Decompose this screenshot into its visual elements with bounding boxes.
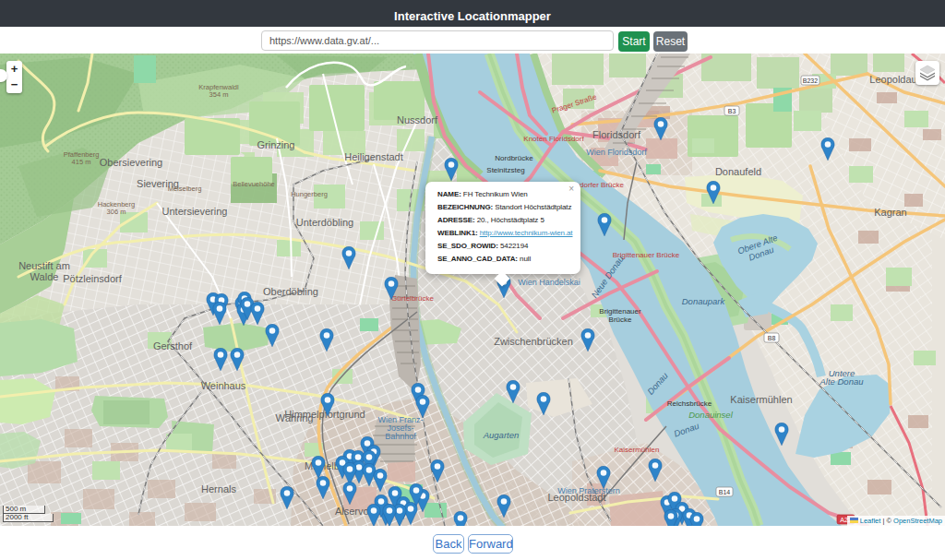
- svg-text:Wien Floridsdorf: Wien Floridsdorf: [586, 148, 647, 157]
- svg-text:B232: B232: [803, 77, 818, 84]
- svg-text:Meiselberg: Meiselberg: [168, 185, 202, 193]
- svg-text:Gürtelbrücke: Gürtelbrücke: [391, 294, 434, 303]
- svg-text:Zwischenbrücken: Zwischenbrücken: [494, 336, 573, 347]
- svg-text:Wien Handelskai: Wien Handelskai: [518, 278, 580, 287]
- svg-text:Bellevuehöhe: Bellevuehöhe: [233, 180, 274, 188]
- svg-text:Donauinsel: Donauinsel: [688, 410, 733, 420]
- svg-text:B14: B14: [719, 489, 731, 495]
- svg-text:Heiligenstadt: Heiligenstadt: [344, 151, 403, 162]
- svg-text:B3: B3: [728, 108, 736, 114]
- svg-text:Walde: Walde: [30, 271, 59, 282]
- svg-text:Himmelpfortgrund: Himmelpfortgrund: [284, 409, 365, 420]
- svg-text:Neustift am: Neustift am: [18, 260, 70, 271]
- svg-text:Kaisermühlen: Kaisermühlen: [730, 394, 792, 405]
- svg-text:B8: B8: [768, 335, 776, 341]
- svg-text:Weinhaus: Weinhaus: [201, 380, 246, 391]
- svg-text:Alte Donau: Alte Donau: [819, 376, 864, 387]
- svg-text:Kaisermühlen: Kaisermühlen: [615, 446, 660, 454]
- svg-text:354 m: 354 m: [209, 90, 229, 99]
- svg-text:Unterdöbling: Unterdöbling: [296, 217, 353, 228]
- svg-text:Wien Praterstern: Wien Praterstern: [557, 486, 620, 495]
- svg-text:Nordbrücke: Nordbrücke: [495, 154, 533, 162]
- svg-text:Floridsdorf: Floridsdorf: [592, 129, 641, 140]
- svg-text:Brigittenauer: Brigittenauer: [599, 307, 641, 316]
- svg-text:Hungerberg: Hungerberg: [291, 190, 328, 198]
- svg-text:Reichsbrücke: Reichsbrücke: [667, 399, 712, 408]
- svg-text:Augarten: Augarten: [483, 430, 520, 440]
- svg-text:Brücke: Brücke: [609, 316, 632, 324]
- svg-text:Pötzleinsdorf: Pötzleinsdorf: [63, 273, 123, 284]
- svg-text:Oberdöbling: Oberdöbling: [263, 286, 318, 297]
- svg-text:Nussdorf: Nussdorf: [397, 114, 438, 125]
- svg-text:Kagran: Kagran: [874, 207, 906, 218]
- svg-text:Untersievering: Untersievering: [162, 206, 228, 217]
- svg-text:Grinzing: Grinzing: [257, 139, 295, 150]
- svg-text:Donaupark: Donaupark: [682, 296, 726, 306]
- svg-text:Obersievering: Obersievering: [100, 157, 162, 168]
- svg-text:Brigittenauer Brücke: Brigittenauer Brücke: [613, 251, 680, 259]
- svg-text:Steinitzsteg: Steinitzsteg: [486, 166, 524, 174]
- svg-text:Bahnhof: Bahnhof: [385, 432, 416, 441]
- svg-text:Knoten Floridsdorf: Knoten Floridsdorf: [523, 135, 584, 143]
- svg-text:415 m: 415 m: [72, 158, 91, 166]
- svg-text:Gersthof: Gersthof: [153, 340, 193, 351]
- svg-text:306 m: 306 m: [107, 208, 126, 216]
- svg-text:Hernals: Hernals: [201, 483, 236, 494]
- svg-text:Leopoldau: Leopoldau: [869, 74, 916, 85]
- svg-text:Donaufeld: Donaufeld: [715, 166, 761, 177]
